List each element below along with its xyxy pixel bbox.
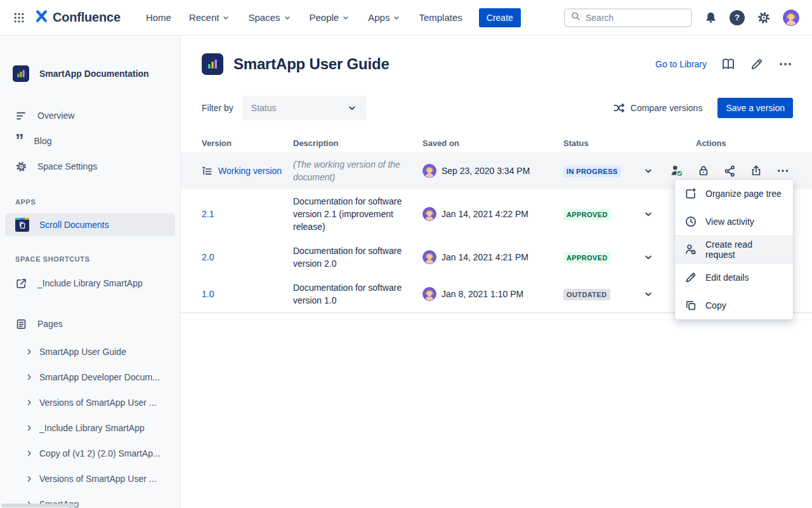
tree-item[interactable]: SmartApp User Guide	[0, 339, 180, 364]
logo-text: Confluence	[53, 10, 121, 25]
search-icon	[570, 11, 581, 24]
version-description: Documentation for software version 1.0	[293, 281, 422, 307]
chevron-down-icon	[341, 13, 350, 22]
confluence-logo-icon	[34, 9, 49, 26]
space-name: SmartApp Documentation	[39, 69, 149, 79]
page-title: SmartApp User Guide	[233, 55, 390, 73]
notifications-bell-icon[interactable]	[704, 11, 717, 24]
sidebar-item-scroll-documents[interactable]: Scroll Documents	[5, 213, 175, 236]
row-expand-chevron[interactable]	[630, 251, 666, 263]
row-expand-chevron[interactable]	[630, 208, 666, 220]
shortcuts-section-header: SPACE SHORTCUTS	[0, 255, 180, 263]
chevron-down-icon	[346, 102, 358, 114]
menu-item-organize-page-tree[interactable]: Organize page tree	[675, 180, 793, 208]
user-avatar[interactable]	[783, 10, 799, 26]
pencil-icon	[684, 271, 697, 284]
top-navigation-bar: Confluence Home Recent Spaces People App…	[0, 0, 812, 36]
blog-quote-icon: ”	[15, 136, 24, 146]
chevron-down-icon	[392, 13, 401, 22]
status-badge: IN PROGRESS	[563, 166, 621, 177]
version-link[interactable]: Working version	[218, 166, 282, 176]
nav-recent[interactable]: Recent	[180, 7, 240, 28]
nav-templates[interactable]: Templates	[410, 7, 471, 28]
read-confirmation-icon[interactable]	[670, 164, 684, 178]
row-more-ellipsis-icon[interactable]	[776, 164, 790, 178]
organize-page-tree-icon	[684, 187, 697, 200]
sidebar-item-pages[interactable]: Pages	[0, 311, 180, 337]
overview-icon	[15, 110, 27, 122]
search-input[interactable]	[586, 13, 686, 23]
clock-icon	[684, 215, 697, 228]
more-ellipsis-icon[interactable]	[778, 57, 793, 72]
version-description: (The working version of the document)	[293, 158, 422, 184]
scroll-documents-label: Scroll Documents	[39, 220, 109, 230]
sidebar-item-blog[interactable]: ” Blog	[0, 128, 180, 154]
create-button[interactable]: Create	[479, 8, 521, 27]
version-description: Documentation for software version 2.1 (…	[293, 195, 422, 233]
copy-icon	[684, 299, 697, 312]
version-link[interactable]: 2.1	[202, 209, 214, 219]
edit-pencil-icon[interactable]	[750, 57, 764, 71]
user-avatar	[422, 207, 436, 221]
space-icon	[13, 65, 29, 82]
go-to-library-link[interactable]: Go to Library	[655, 59, 707, 69]
app-switcher-icon[interactable]	[9, 8, 29, 28]
confluence-logo[interactable]: Confluence	[34, 9, 121, 26]
filter-by-label: Filter by	[202, 103, 233, 113]
read-request-icon	[684, 243, 697, 256]
compare-versions-button[interactable]: Compare versions	[613, 102, 703, 114]
tree-item[interactable]: Versions of SmartApp User ...	[0, 466, 180, 491]
external-link-icon	[15, 277, 27, 290]
chevron-down-icon	[283, 13, 292, 22]
share-icon[interactable]	[723, 164, 737, 178]
tree-item[interactable]: _Include Library SmartApp	[0, 415, 180, 441]
nav-spaces[interactable]: Spaces	[239, 7, 300, 28]
status-badge: OUTDATED	[563, 289, 610, 300]
tree-item[interactable]: SmartApp Developer Docum...	[0, 364, 180, 390]
main-content: SmartApp User Guide Go to Library Filter…	[181, 36, 812, 508]
apps-section-header: APPS	[0, 198, 180, 206]
space-sidebar: SmartApp Documentation Overview ” Blog S…	[0, 36, 181, 508]
version-link[interactable]: 2.0	[202, 252, 214, 262]
sidebar-item-include-library[interactable]: _Include Library SmartApp	[0, 271, 180, 296]
page-tree: SmartApp User Guide SmartApp Developer D…	[0, 339, 180, 508]
space-header[interactable]: SmartApp Documentation	[0, 64, 180, 84]
nav-people[interactable]: People	[301, 7, 360, 28]
chevron-down-icon	[221, 13, 230, 22]
sidebar-item-space-settings[interactable]: Space Settings	[0, 154, 180, 179]
menu-item-create-read-request[interactable]: Create read request	[675, 236, 793, 264]
menu-item-copy[interactable]: Copy	[675, 291, 793, 319]
save-a-version-button[interactable]: Save a version	[717, 98, 793, 118]
document-icon	[202, 53, 223, 75]
tree-item[interactable]: Versions of SmartApp User ...	[0, 390, 180, 415]
export-icon[interactable]	[750, 164, 763, 177]
chevron-right-icon	[25, 373, 33, 381]
saved-on-date: Sep 23, 2020 3:34 PM	[442, 166, 530, 176]
help-icon[interactable]: ?	[730, 10, 745, 25]
nav-home[interactable]: Home	[137, 7, 180, 28]
status-filter-select[interactable]: Status	[242, 96, 367, 120]
chevron-right-icon	[25, 450, 33, 457]
user-avatar	[422, 250, 436, 264]
sidebar-scrollbar[interactable]	[1, 504, 76, 507]
search-box[interactable]	[564, 8, 692, 27]
menu-item-view-activity[interactable]: View activity	[675, 208, 793, 236]
chevron-right-icon	[25, 424, 33, 432]
version-link[interactable]: 1.0	[202, 289, 214, 299]
table-header-row: Version Description Saved on Status Acti…	[181, 136, 812, 150]
row-expand-chevron[interactable]	[630, 165, 666, 177]
row-expand-chevron[interactable]	[630, 288, 666, 300]
status-badge: APPROVED	[563, 252, 611, 264]
user-avatar	[422, 164, 436, 178]
gear-icon	[15, 161, 27, 173]
sidebar-item-overview[interactable]: Overview	[0, 103, 180, 128]
primary-nav: Home Recent Spaces People Apps Templates	[137, 7, 471, 28]
nav-apps[interactable]: Apps	[359, 7, 410, 28]
status-badge: APPROVED	[563, 209, 611, 220]
row-actions-menu: Organize page tree View activity Create …	[675, 180, 793, 319]
menu-item-edit-details[interactable]: Edit details	[675, 264, 793, 291]
lock-icon[interactable]	[697, 164, 710, 177]
settings-gear-icon[interactable]	[757, 11, 771, 25]
library-book-icon[interactable]	[721, 57, 736, 72]
tree-item[interactable]: Copy of (v1 2) (2.0) SmartAp...	[0, 441, 180, 466]
